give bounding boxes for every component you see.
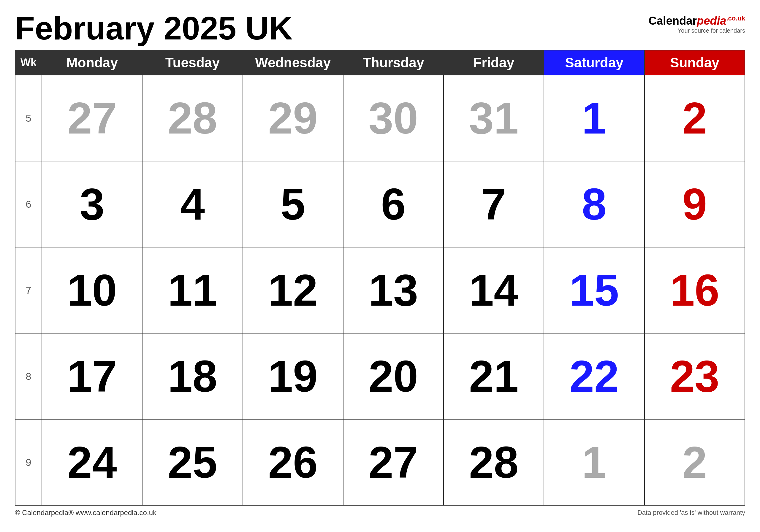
day-cell: 13 [343,247,444,333]
th-thursday: Thursday [343,50,444,75]
day-cell: 3 [42,161,142,247]
day-cell: 6 [343,161,444,247]
day-cell: 12 [243,247,343,333]
th-wednesday: Wednesday [243,50,343,75]
logo-brand: Calendar [649,15,697,27]
day-cell: 10 [42,247,142,333]
day-cell: 1 [544,75,644,161]
th-saturday: Saturday [544,50,644,75]
day-cell: 28 [444,419,544,505]
footer-copyright: © Calendarpedia® www.calendarpedia.co.uk [15,509,157,517]
th-sunday: Sunday [644,50,745,75]
day-cell: 18 [142,333,243,419]
day-cell: 27 [42,75,142,161]
day-cell: 20 [343,333,444,419]
day-cell: 26 [243,419,343,505]
day-cell: 2 [644,419,745,505]
day-cell: 15 [544,247,644,333]
day-cell: 28 [142,75,243,161]
day-cell: 29 [243,75,343,161]
week-number-8: 8 [15,333,42,419]
logo-subtitle: Your source for calendars [649,27,745,34]
calendar-row-9: 9242526272812 [15,419,745,505]
day-cell: 11 [142,247,243,333]
day-cell: 31 [444,75,544,161]
day-cell: 9 [644,161,745,247]
day-cell: 30 [343,75,444,161]
th-tuesday: Tuesday [142,50,243,75]
page-title: February 2025 UK [15,12,292,45]
calendar-row-6: 63456789 [15,161,745,247]
week-number-9: 9 [15,419,42,505]
th-friday: Friday [444,50,544,75]
logo: Calendarpedia.co.uk Your source for cale… [649,12,745,34]
day-cell: 22 [544,333,644,419]
day-cell: 24 [42,419,142,505]
day-cell: 25 [142,419,243,505]
week-number-6: 6 [15,161,42,247]
day-cell: 2 [644,75,745,161]
day-cell: 5 [243,161,343,247]
calendar-row-5: 5272829303112 [15,75,745,161]
day-cell: 4 [142,161,243,247]
day-cell: 27 [343,419,444,505]
week-number-5: 5 [15,75,42,161]
th-monday: Monday [42,50,142,75]
day-cell: 1 [544,419,644,505]
logo-couk: .co.uk [726,15,745,22]
logo-pedia: pedia [697,15,726,27]
day-cell: 23 [644,333,745,419]
calendar-table: Wk Monday Tuesday Wednesday Thursday Fri… [15,50,745,506]
day-cell: 16 [644,247,745,333]
day-cell: 7 [444,161,544,247]
week-number-7: 7 [15,247,42,333]
day-cell: 8 [544,161,644,247]
th-week: Wk [15,50,42,75]
day-cell: 19 [243,333,343,419]
day-cell: 17 [42,333,142,419]
calendar-row-8: 817181920212223 [15,333,745,419]
day-cell: 14 [444,247,544,333]
footer-warranty: Data provided 'as is' without warranty [638,509,745,516]
day-cell: 21 [444,333,544,419]
calendar-row-7: 710111213141516 [15,247,745,333]
